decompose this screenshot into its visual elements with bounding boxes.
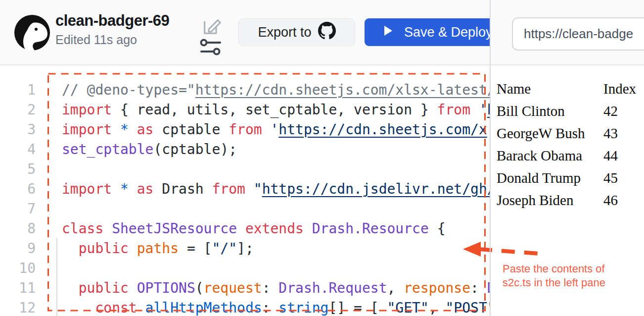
line-number: 5 [0, 159, 36, 179]
code-line[interactable]: 2import { read, utils, set_cptable, vers… [0, 100, 490, 120]
project-title-block: clean-badger-69 Edited 11s ago [55, 12, 169, 47]
line-number: 2 [0, 100, 36, 120]
code-text [36, 259, 62, 278]
cell-name: GeorgeW Bush [497, 122, 603, 145]
deno-playground-window: clean-badger-69 Edited 11s ago Export to [0, 0, 644, 316]
code-line[interactable]: 3import * as cptable from 'https://cdn.s… [0, 120, 490, 140]
export-to-github-button[interactable]: Export to [238, 18, 355, 46]
line-number: 12 [0, 298, 36, 316]
tune-sliders-icon[interactable] [199, 39, 222, 57]
code-text: import { read, utils, set_cptable, versi… [36, 100, 490, 120]
line-number: 8 [0, 219, 36, 239]
code-text: set_cptable(cptable); [36, 140, 237, 159]
annotation-note: Paste the contents of s2c.ts in the left… [503, 262, 605, 290]
cell-index: 42 [603, 100, 636, 122]
code-line[interactable]: 10 [0, 259, 490, 278]
table-row: GeorgeW Bush43 [497, 122, 636, 145]
annotation-note-line1: Paste the contents of [503, 262, 605, 276]
code-text: import * as cptable from 'https://cdn.sh… [36, 120, 487, 140]
code-line[interactable]: 6import * as Drash from "https://cdn.jsd… [0, 179, 490, 199]
code-line[interactable]: 11 public OPTIONS(request: Drash.Request… [0, 278, 490, 298]
project-title: clean-badger-69 [55, 12, 169, 30]
code-text: public OPTIONS(request: Drash.Request, r… [36, 278, 490, 298]
cell-index: 43 [603, 122, 636, 145]
line-number: 4 [0, 140, 36, 159]
rename-pencil-icon[interactable] [201, 17, 221, 39]
export-button-label: Export to [258, 25, 311, 40]
line-number: 10 [0, 259, 36, 278]
line-number: 6 [0, 179, 36, 199]
indent-guide-line [56, 238, 57, 316]
annotation-note-line2: s2c.ts in the left pane [503, 276, 605, 290]
line-number: 3 [0, 120, 36, 140]
cell-name: Bill Clinton [497, 100, 603, 122]
save-and-deploy-button[interactable]: Save & Deploy [365, 18, 490, 46]
code-text: const allHttpMethods: string[] = [ "GET"… [36, 298, 490, 316]
line-number: 11 [0, 278, 36, 298]
pane-divider[interactable] [490, 0, 491, 316]
line-number: 1 [0, 80, 36, 100]
edited-timestamp: Edited 11s ago [55, 33, 169, 47]
column-header-index: Index [603, 78, 636, 100]
cell-index: 45 [603, 167, 636, 189]
play-icon [383, 25, 393, 40]
table-row: Joseph Biden46 [497, 189, 636, 211]
code-text: public paths = ["/"]; [36, 239, 254, 259]
line-number: 7 [0, 199, 36, 219]
code-text: class SheetJSResource extends Drash.Reso… [36, 219, 446, 239]
code-line[interactable]: 12 const allHttpMethods: string[] = [ "G… [0, 298, 490, 316]
code-line[interactable]: 4set_cptable(cptable); [0, 140, 490, 159]
github-icon [318, 22, 336, 43]
table-row: Bill Clinton42 [497, 100, 636, 122]
code-text: // @deno-types="https://cdn.sheetjs.com/… [36, 80, 490, 100]
column-header-name: Name [497, 78, 603, 100]
code-text: import * as Drash from "https://cdn.jsde… [36, 179, 490, 199]
table-row: Donald Trump45 [497, 167, 636, 189]
table-row: Barack Obama44 [497, 145, 636, 167]
cell-name: Donald Trump [497, 167, 603, 189]
code-line[interactable]: 9 public paths = ["/"]; [0, 239, 490, 259]
header-bar: clean-badger-69 Edited 11s ago Export to [0, 0, 644, 65]
cell-index: 44 [603, 145, 636, 167]
deployment-url-input[interactable] [512, 17, 644, 51]
code-line[interactable]: 8class SheetJSResource extends Drash.Res… [0, 219, 490, 239]
cell-index: 46 [603, 189, 636, 211]
output-presidents-table: Name Index Bill Clinton42GeorgeW Bush43B… [497, 78, 636, 211]
code-line[interactable]: 5 [0, 159, 490, 179]
save-button-label: Save & Deploy [404, 25, 490, 40]
table-header-row: Name Index [497, 78, 636, 100]
save-button-clip: Save & Deploy [365, 18, 490, 46]
code-line[interactable]: 7 [0, 199, 490, 219]
code-lines: 1// @deno-types="https://cdn.sheetjs.com… [0, 65, 490, 316]
deno-logo-icon [14, 14, 50, 51]
code-text [36, 199, 62, 219]
cell-name: Joseph Biden [497, 189, 603, 211]
code-line[interactable]: 1// @deno-types="https://cdn.sheetjs.com… [0, 80, 490, 100]
cell-name: Barack Obama [497, 145, 603, 167]
code-editor[interactable]: 1// @deno-types="https://cdn.sheetjs.com… [0, 65, 490, 316]
line-number: 9 [0, 239, 36, 259]
code-text [36, 159, 62, 179]
